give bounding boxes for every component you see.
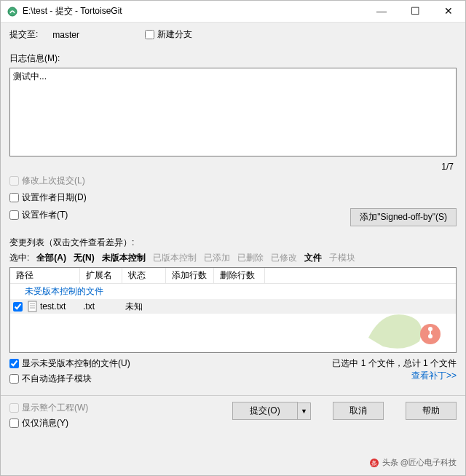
set-author-date-checkbox[interactable]: 设置作者日期(D) xyxy=(9,191,457,204)
filter-deleted: 已删除 xyxy=(237,252,264,264)
file-icon xyxy=(28,301,38,312)
signoff-button[interactable]: 添加"Signed-off-by"(S) xyxy=(350,208,457,226)
only-message-checkbox[interactable]: 仅仅消息(Y) xyxy=(9,417,232,429)
commit-button-group[interactable]: 提交(O) ▼ xyxy=(232,402,311,420)
table-header: 路径 扩展名 状态 添加行数 删除行数 xyxy=(10,268,456,284)
filter-unversioned[interactable]: 未版本控制 xyxy=(102,252,146,264)
new-branch-checkbox[interactable]: 新建分支 xyxy=(145,28,192,41)
svg-text:条: 条 xyxy=(371,460,377,467)
help-button[interactable]: 帮助 xyxy=(406,402,457,420)
log-message-input[interactable] xyxy=(9,68,457,156)
amend-checkbox: 修改上次提交(L) xyxy=(9,175,457,187)
commit-to-label: 提交至: xyxy=(9,28,38,41)
line-counter: 1/7 xyxy=(441,162,454,172)
commit-dropdown[interactable]: ▼ xyxy=(298,402,311,420)
col-add[interactable]: 添加行数 xyxy=(166,268,214,284)
set-author-label: 设置作者(T) xyxy=(22,209,68,221)
file-list[interactable]: 路径 扩展名 状态 添加行数 删除行数 未受版本控制的文件 test.txt .… xyxy=(9,267,457,353)
new-branch-label: 新建分支 xyxy=(157,28,192,41)
credit-watermark: 条 头条 @匠心电子科技 xyxy=(366,456,459,469)
show-whole-project-checkbox: 显示整个工程(W) xyxy=(9,402,232,414)
file-status: 未知 xyxy=(122,301,166,313)
branch-name: master xyxy=(52,30,79,40)
commit-button[interactable]: 提交(O) xyxy=(232,402,298,420)
svg-rect-1 xyxy=(28,301,36,312)
view-patch-link[interactable]: 查看补丁>> xyxy=(332,370,457,382)
close-button[interactable]: ✕ xyxy=(432,1,465,23)
only-message-label: 仅仅消息(Y) xyxy=(22,417,68,429)
filter-added: 已添加 xyxy=(204,252,230,264)
changelist-label: 变更列表（双击文件查看差异）: xyxy=(9,237,457,249)
credit-icon: 条 xyxy=(369,458,379,468)
filter-all[interactable]: 全部(A) xyxy=(36,252,66,264)
no-autoselect-submodule-label: 不自动选择子模块 xyxy=(22,373,92,385)
filter-none[interactable]: 无(N) xyxy=(74,252,95,264)
filter-versioned: 已版本控制 xyxy=(153,252,197,264)
col-ext[interactable]: 扩展名 xyxy=(80,268,122,284)
svg-point-0 xyxy=(8,7,17,16)
set-author-date-label: 设置作者日期(D) xyxy=(22,191,87,204)
log-message-label: 日志信息(M): xyxy=(9,52,457,65)
cancel-button[interactable]: 取消 xyxy=(333,402,384,420)
filter-row: 选中: 全部(A) 无(N) 未版本控制 已版本控制 已添加 已删除 已修改 文… xyxy=(9,252,457,264)
show-unversioned-checkbox[interactable]: 显示未受版本控制的文件(U) xyxy=(9,357,130,370)
filter-sel-label: 选中: xyxy=(9,252,29,264)
app-icon xyxy=(7,6,18,17)
show-unversioned-label: 显示未受版本控制的文件(U) xyxy=(22,357,130,370)
file-name: test.txt xyxy=(40,301,66,312)
selection-summary: 已选中 1 个文件，总计 1 个文件 xyxy=(332,357,457,370)
col-del[interactable]: 删除行数 xyxy=(214,268,265,284)
show-whole-project-label: 显示整个工程(W) xyxy=(22,402,88,414)
filter-files[interactable]: 文件 xyxy=(304,252,322,264)
file-ext: .txt xyxy=(80,301,122,312)
filter-submodule: 子模块 xyxy=(329,252,355,264)
titlebar: E:\test - 提交 - TortoiseGit — ☐ ✕ xyxy=(1,1,465,23)
tortoise-watermark-icon xyxy=(354,294,449,353)
col-status[interactable]: 状态 xyxy=(122,268,166,284)
col-path[interactable]: 路径 xyxy=(10,268,80,284)
file-checkbox[interactable] xyxy=(13,302,23,312)
maximize-button[interactable]: ☐ xyxy=(398,1,432,23)
window-title: E:\test - 提交 - TortoiseGit xyxy=(23,5,365,17)
filter-modified: 已修改 xyxy=(271,252,297,264)
minimize-button[interactable]: — xyxy=(365,1,398,23)
amend-label: 修改上次提交(L) xyxy=(22,175,85,187)
set-author-checkbox[interactable]: 设置作者(T) xyxy=(9,209,68,221)
no-autoselect-submodule-checkbox[interactable]: 不自动选择子模块 xyxy=(9,373,130,385)
